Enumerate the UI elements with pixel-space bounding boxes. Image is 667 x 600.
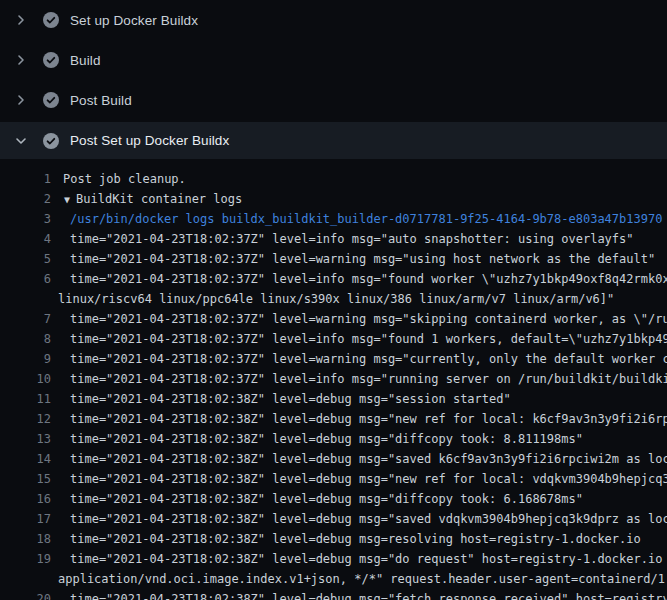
check-circle-icon bbox=[43, 133, 59, 149]
log-group-header[interactable]: 2 ▼ BuildKit container logs bbox=[0, 189, 667, 209]
log-text: time="2021-04-23T18:02:38Z" level=debug … bbox=[58, 549, 667, 569]
log-line: 12 time="2021-04-23T18:02:38Z" level=deb… bbox=[0, 409, 667, 429]
log-text: time="2021-04-23T18:02:38Z" level=debug … bbox=[58, 429, 583, 449]
step-label: Post Set up Docker Buildx bbox=[70, 133, 229, 148]
log-line: 1 Post job cleanup. bbox=[0, 169, 667, 189]
step-row-post-set-up-docker-buildx[interactable]: Post Set up Docker Buildx bbox=[0, 122, 667, 159]
line-number[interactable]: 5 bbox=[0, 249, 51, 269]
log-line: 19 time="2021-04-23T18:02:38Z" level=deb… bbox=[0, 549, 667, 569]
check-circle-icon bbox=[43, 12, 59, 28]
step-row-set-up-docker-buildx[interactable]: Set up Docker Buildx bbox=[0, 0, 667, 40]
line-number[interactable]: 8 bbox=[0, 329, 51, 349]
line-number[interactable] bbox=[0, 289, 51, 309]
log-text: time="2021-04-23T18:02:37Z" level=info m… bbox=[58, 369, 667, 389]
log-text: time="2021-04-23T18:02:37Z" level=warnin… bbox=[58, 309, 667, 329]
log-text: time="2021-04-23T18:02:38Z" level=debug … bbox=[58, 509, 667, 529]
chevron-right-icon[interactable] bbox=[13, 92, 29, 108]
log-text: time="2021-04-23T18:02:38Z" level=debug … bbox=[58, 529, 641, 549]
log-line: 9 time="2021-04-23T18:02:37Z" level=warn… bbox=[0, 349, 667, 369]
line-number[interactable]: 15 bbox=[0, 469, 51, 489]
log-text: time="2021-04-23T18:02:37Z" level=warnin… bbox=[58, 249, 655, 269]
log-line: 17 time="2021-04-23T18:02:38Z" level=deb… bbox=[0, 509, 667, 529]
line-number[interactable]: 14 bbox=[0, 449, 51, 469]
log-line: 11 time="2021-04-23T18:02:38Z" level=deb… bbox=[0, 389, 667, 409]
check-circle-icon bbox=[43, 92, 59, 108]
group-collapse-triangle-icon[interactable]: ▼ bbox=[64, 194, 76, 205]
log-line: linux/riscv64 linux/ppc64le linux/s390x … bbox=[0, 289, 667, 309]
chevron-down-icon[interactable] bbox=[13, 133, 29, 149]
line-number[interactable]: 2 bbox=[0, 189, 51, 209]
chevron-right-icon[interactable] bbox=[13, 52, 29, 68]
line-number[interactable]: 17 bbox=[0, 509, 51, 529]
log-text: ▼ BuildKit container logs bbox=[58, 189, 242, 209]
log-line: 3 /usr/bin/docker logs buildx_buildkit_b… bbox=[0, 209, 667, 229]
log-text: application/vnd.oci.image.index.v1+json,… bbox=[58, 569, 667, 589]
log-text: time="2021-04-23T18:02:37Z" level=warnin… bbox=[58, 349, 667, 369]
line-number[interactable]: 12 bbox=[0, 409, 51, 429]
log-text: time="2021-04-23T18:02:38Z" level=debug … bbox=[58, 489, 583, 509]
log-text: time="2021-04-23T18:02:38Z" level=debug … bbox=[58, 389, 511, 409]
log-text: time="2021-04-23T18:02:37Z" level=info m… bbox=[58, 229, 634, 249]
log-line: 8 time="2021-04-23T18:02:37Z" level=info… bbox=[0, 329, 667, 349]
line-number[interactable]: 7 bbox=[0, 309, 51, 329]
log-rows: 1 Post job cleanup. 2 ▼ BuildKit contain… bbox=[0, 160, 667, 600]
line-number[interactable]: 4 bbox=[0, 229, 51, 249]
log-line: 4 time="2021-04-23T18:02:37Z" level=info… bbox=[0, 229, 667, 249]
line-number[interactable]: 9 bbox=[0, 349, 51, 369]
actions-log-viewer: Set up Docker Buildx Build Post Build bbox=[0, 0, 667, 600]
log-text: time="2021-04-23T18:02:37Z" level=info m… bbox=[58, 269, 667, 289]
line-number[interactable]: 6 bbox=[0, 269, 51, 289]
log-text: /usr/bin/docker logs buildx_buildkit_bui… bbox=[58, 209, 662, 229]
step-row-post-build[interactable]: Post Build bbox=[0, 80, 667, 120]
chevron-right-icon[interactable] bbox=[13, 12, 29, 28]
step-row-build[interactable]: Build bbox=[0, 40, 667, 80]
log-line: 15 time="2021-04-23T18:02:38Z" level=deb… bbox=[0, 469, 667, 489]
line-number[interactable]: 19 bbox=[0, 549, 51, 569]
step-list: Set up Docker Buildx Build Post Build bbox=[0, 0, 667, 159]
log-line: 14 time="2021-04-23T18:02:38Z" level=deb… bbox=[0, 449, 667, 469]
log-line: 20 time="2021-04-23T18:02:38Z" level=deb… bbox=[0, 589, 667, 600]
log-text: time="2021-04-23T18:02:38Z" level=debug … bbox=[58, 449, 667, 469]
step-label: Post Build bbox=[70, 93, 132, 108]
log-line: 16 time="2021-04-23T18:02:38Z" level=deb… bbox=[0, 489, 667, 509]
log-line: 7 time="2021-04-23T18:02:37Z" level=warn… bbox=[0, 309, 667, 329]
log-line: 13 time="2021-04-23T18:02:38Z" level=deb… bbox=[0, 429, 667, 449]
log-text: time="2021-04-23T18:02:38Z" level=debug … bbox=[58, 409, 667, 429]
line-number[interactable]: 3 bbox=[0, 209, 51, 229]
line-number[interactable]: 1 bbox=[0, 169, 51, 189]
log-text: Post job cleanup. bbox=[58, 169, 186, 189]
log-text: linux/riscv64 linux/ppc64le linux/s390x … bbox=[58, 289, 614, 309]
log-line: 18 time="2021-04-23T18:02:38Z" level=deb… bbox=[0, 529, 667, 549]
log-line: 10 time="2021-04-23T18:02:37Z" level=inf… bbox=[0, 369, 667, 389]
line-number[interactable]: 20 bbox=[0, 589, 51, 600]
log-text: time="2021-04-23T18:02:37Z" level=info m… bbox=[58, 329, 667, 349]
line-number[interactable]: 16 bbox=[0, 489, 51, 509]
line-number[interactable] bbox=[0, 569, 51, 589]
line-number[interactable]: 10 bbox=[0, 369, 51, 389]
line-number[interactable]: 11 bbox=[0, 389, 51, 409]
check-circle-icon bbox=[43, 52, 59, 68]
line-number[interactable]: 18 bbox=[0, 529, 51, 549]
log-text: time="2021-04-23T18:02:38Z" level=debug … bbox=[58, 469, 667, 489]
line-number[interactable]: 13 bbox=[0, 429, 51, 449]
log-line: 6 time="2021-04-23T18:02:37Z" level=info… bbox=[0, 269, 667, 289]
step-label: Set up Docker Buildx bbox=[70, 13, 198, 28]
step-label: Build bbox=[70, 53, 101, 68]
log-line: 5 time="2021-04-23T18:02:37Z" level=warn… bbox=[0, 249, 667, 269]
log-text: time="2021-04-23T18:02:38Z" level=debug … bbox=[58, 589, 667, 600]
log-line: application/vnd.oci.image.index.v1+json,… bbox=[0, 569, 667, 589]
